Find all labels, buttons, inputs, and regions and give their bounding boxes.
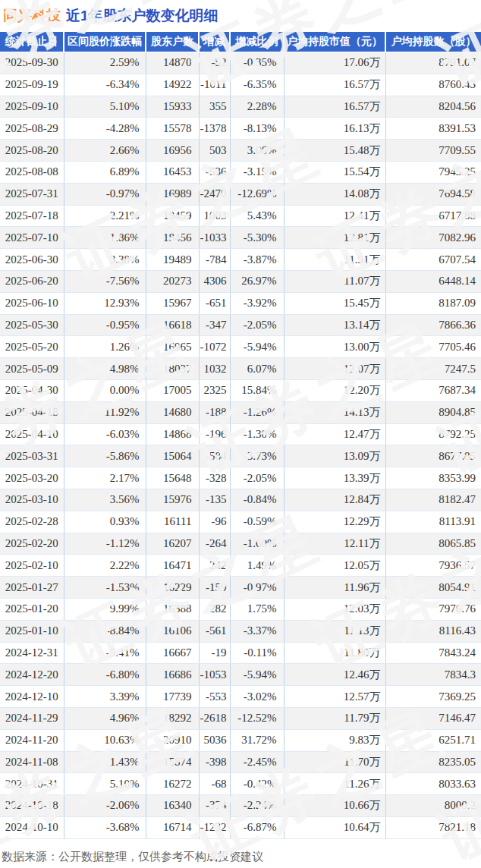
cell-avg-market-value: 16.57万 [284, 96, 385, 118]
cell-change-ratio: -3.87% [230, 249, 284, 271]
cell-date: 2025-02-28 [0, 511, 64, 533]
cell-change: 1003 [199, 205, 230, 227]
cell-avg-shares: 8116.43 [385, 620, 481, 642]
cell-avg-shares: 6717.88 [385, 205, 481, 227]
cell-change: -1072 [199, 336, 230, 358]
table-row: 2025-03-31-5.86%15064-584-3.73%13.09万867… [0, 445, 481, 467]
cell-change: -1011 [199, 74, 230, 96]
cell-price-change: 5.10% [64, 96, 146, 118]
table-row: 2025-08-086.89%16453-536-3.15%15.54万7945… [0, 161, 481, 183]
cell-avg-market-value: 12.84万 [284, 489, 385, 511]
table-row: 2024-12-103.39%17739-553-3.02%12.57万7369… [0, 686, 481, 708]
cell-change: 1032 [199, 358, 230, 380]
cell-avg-market-value: 15.45万 [284, 292, 385, 314]
cell-price-change: -2.06% [64, 795, 146, 817]
shareholder-table: 统计截止日区间股价涨跌幅股东户数增减增减比例户均持股市值（元）户均持股数（股） … [0, 32, 481, 839]
table-row: 2025-01-10-8.84%16106-561-3.37%11.13万811… [0, 620, 481, 642]
table-row: 2025-04-1811.92%14680-188-1.26%14.13万890… [0, 401, 481, 423]
cell-avg-market-value: 12.20万 [284, 379, 385, 401]
cell-avg-market-value: 12.11万 [284, 533, 385, 555]
cell-avg-market-value: 11.26万 [284, 773, 385, 795]
cell-change: -2618 [199, 707, 230, 729]
cell-avg-shares: 6251.71 [385, 729, 481, 751]
table-body: 2025-09-302.59%14870-52-0.35%17.06万8791.… [0, 52, 481, 839]
cell-date: 2024-10-18 [0, 795, 64, 817]
cell-holders: 16453 [146, 161, 199, 183]
table-row: 2024-11-2010.63%20910503631.72%9.83万6251… [0, 729, 481, 751]
cell-date: 2025-03-31 [0, 445, 64, 467]
table-row: 2025-07-182.21%1945910035.43%12.41万6717.… [0, 205, 481, 227]
cell-price-change: 0.00% [64, 379, 146, 401]
cell-change: -553 [199, 686, 230, 708]
cell-price-change: 9.99% [64, 598, 146, 620]
cell-change: -536 [199, 161, 230, 183]
cell-change-ratio: 1.49% [230, 555, 284, 577]
cell-avg-shares: 8391.53 [385, 118, 481, 140]
cell-avg-shares: 8065.85 [385, 533, 481, 555]
table-row: 2025-07-101.86%18456-1033-5.30%12.81万708… [0, 227, 481, 249]
col-header-change: 增减 [199, 32, 230, 52]
cell-change: -398 [199, 751, 230, 773]
cell-date: 2025-05-30 [0, 314, 64, 336]
cell-date: 2025-02-20 [0, 533, 64, 555]
cell-avg-shares: 8353.99 [385, 467, 481, 489]
col-header-change-ratio: 增减比例 [230, 32, 284, 52]
cell-price-change: -0.97% [64, 183, 146, 205]
cell-price-change: 10.63% [64, 729, 146, 751]
cell-change: 242 [199, 555, 230, 577]
cell-price-change: -5.41% [64, 642, 146, 664]
page-title: 同兴科技近1年股东户数变化明细 [0, 0, 481, 32]
cell-change: -651 [199, 292, 230, 314]
cell-change: -159 [199, 577, 230, 599]
table-row: 2025-02-20-1.12%16207-264-1.60%12.11万806… [0, 533, 481, 555]
cell-avg-market-value: 13.00万 [284, 336, 385, 358]
cell-date: 2025-03-10 [0, 489, 64, 511]
cell-change-ratio: -0.42% [230, 773, 284, 795]
table-row: 2025-02-280.93%16111-96-0.59%12.29万8113.… [0, 511, 481, 533]
cell-date: 2025-05-20 [0, 336, 64, 358]
cell-change-ratio: -5.94% [230, 664, 284, 686]
cell-avg-market-value: 11.13万 [284, 620, 385, 642]
cell-holders: 15933 [146, 96, 199, 118]
cell-date: 2025-09-30 [0, 52, 64, 74]
cell-change-ratio: -0.84% [230, 489, 284, 511]
cell-avg-market-value: 12.57万 [284, 686, 385, 708]
cell-change-ratio: -0.59% [230, 511, 284, 533]
cell-change-ratio: 6.07% [230, 358, 284, 380]
cell-avg-market-value: 11.91万 [284, 249, 385, 271]
cell-holders: 16272 [146, 773, 199, 795]
page: { "page": { "title_stock": "同兴科技", "titl… [0, 0, 481, 868]
cell-avg-market-value: 11.96万 [284, 577, 385, 599]
cell-change: 5036 [199, 729, 230, 751]
cell-avg-shares: 8187.09 [385, 292, 481, 314]
cell-holders: 16106 [146, 620, 199, 642]
cell-change-ratio: -6.87% [230, 816, 284, 838]
table-row: 2025-06-303.38%19489-784-3.87%11.91万6707… [0, 249, 481, 271]
cell-change-ratio: 26.97% [230, 270, 284, 292]
cell-holders: 16714 [146, 816, 199, 838]
cell-avg-shares: 8235.05 [385, 751, 481, 773]
cell-avg-market-value: 13.39万 [284, 467, 385, 489]
cell-avg-shares: 8760.43 [385, 74, 481, 96]
cell-price-change: 4.98% [64, 358, 146, 380]
cell-avg-market-value: 16.57万 [284, 74, 385, 96]
cell-change-ratio: 15.84% [230, 379, 284, 401]
cell-date: 2025-09-10 [0, 96, 64, 118]
cell-price-change: 1.43% [64, 751, 146, 773]
cell-avg-shares: 7709.55 [385, 140, 481, 162]
table-row: 2024-12-20-6.80%16686-1053-5.94%12.46万78… [0, 664, 481, 686]
table-row: 2025-01-209.99%163882821.75%12.03万7976.7… [0, 598, 481, 620]
cell-change: -1378 [199, 118, 230, 140]
cell-avg-shares: 7843.24 [385, 642, 481, 664]
cell-change-ratio: -2.45% [230, 751, 284, 773]
cell-price-change: 1.86% [64, 227, 146, 249]
cell-date: 2025-02-10 [0, 555, 64, 577]
cell-date: 2025-01-27 [0, 577, 64, 599]
cell-avg-market-value: 16.13万 [284, 118, 385, 140]
cell-change-ratio: -0.11% [230, 642, 284, 664]
cell-change: -347 [199, 314, 230, 336]
cell-holders: 16229 [146, 577, 199, 599]
cell-avg-market-value: 11.07万 [284, 270, 385, 292]
cell-change-ratio: 2.28% [230, 96, 284, 118]
cell-change: -68 [199, 773, 230, 795]
